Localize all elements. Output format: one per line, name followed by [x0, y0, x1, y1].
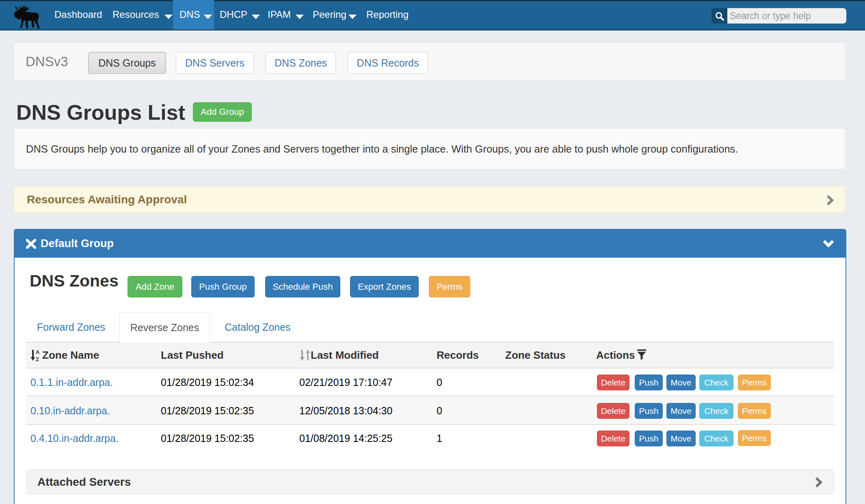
svg-text:A: A [36, 349, 40, 355]
svg-text:Z: Z [36, 356, 39, 361]
